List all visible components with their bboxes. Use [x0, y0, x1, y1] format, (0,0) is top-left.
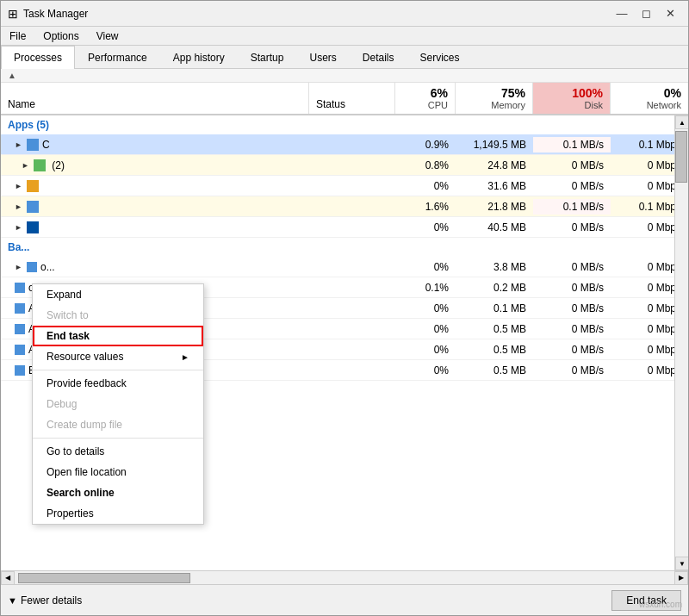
ctx-open-file-location-label: Open file location — [47, 466, 127, 478]
row-mem: 40.5 MB — [456, 220, 533, 235]
row-name: ► o... — [1, 259, 309, 275]
ctx-end-task[interactable]: End task — [33, 326, 203, 346]
row-status — [309, 327, 395, 331]
vertical-scrollbar[interactable]: ▲ ▼ — [674, 115, 688, 570]
title-bar-left: ⊞ Task Manager — [8, 7, 88, 21]
submenu-arrow-icon: ► — [181, 352, 189, 362]
table-row[interactable]: ► o... 0% 3.8 MB 0 MB/s 0 Mbps — [1, 257, 688, 277]
context-menu: Expand Switch to End task Resource value… — [32, 283, 204, 525]
tab-services[interactable]: Services — [407, 46, 473, 69]
tab-startup[interactable]: Startup — [238, 46, 297, 69]
menu-options[interactable]: Options — [38, 28, 84, 44]
row-cpu: 0% — [395, 259, 456, 275]
expand-icon[interactable]: ► — [15, 182, 23, 190]
ctx-create-dump[interactable]: Create dump file — [33, 414, 203, 435]
row-mem: 0.1 MB — [456, 301, 533, 316]
ctx-open-file-location[interactable]: Open file location — [33, 462, 203, 482]
app-icon — [27, 221, 39, 233]
ctx-switch-to-label: Switch to — [47, 309, 89, 321]
col-header-cpu[interactable]: 6% CPU — [395, 83, 456, 114]
content-area: ▲ Name Status 6% CPU 75% Memory 100% Dis… — [1, 69, 688, 584]
minimize-button[interactable]: — — [611, 5, 633, 22]
menu-view[interactable]: View — [91, 28, 124, 44]
scroll-up-button[interactable]: ▲ — [675, 115, 688, 129]
hscroll-right-button[interactable]: ▶ — [674, 571, 688, 585]
tab-bar: Processes Performance App history Startu… — [1, 46, 688, 69]
expand-icon[interactable]: ► — [15, 223, 23, 232]
app-icon — [15, 303, 25, 314]
maximize-button[interactable]: ◻ — [635, 5, 657, 22]
row-mem: 21.8 MB — [456, 199, 533, 215]
sort-arrow-up[interactable]: ▲ — [8, 71, 16, 80]
app-icon — [27, 139, 39, 151]
row-mem: 0.5 MB — [456, 363, 533, 378]
column-headers: Name Status 6% CPU 75% Memory 100% Disk … — [1, 83, 688, 115]
table-row[interactable]: ► 0% 31.6 MB 0 MB/s 0 Mbps — [1, 176, 688, 196]
row-cpu: 0.1% — [395, 280, 456, 296]
fewer-details-arrow-icon: ▼ — [8, 595, 17, 606]
row-status — [309, 205, 395, 208]
table-row[interactable]: ► 1.6% 21.8 MB 0.1 MB/s 0.1 Mbps — [1, 196, 688, 217]
app-icon — [15, 283, 25, 293]
tab-details[interactable]: Details — [350, 46, 407, 69]
row-status — [309, 143, 395, 146]
menu-file[interactable]: File — [4, 28, 31, 44]
table-body: Apps (5) ► C 0.9% 1,149.5 MB 0.1 MB/s 0.… — [1, 115, 688, 570]
expand-icon[interactable]: ► — [22, 161, 30, 170]
window-title: Task Manager — [23, 8, 88, 20]
row-disk: 0 MB/s — [533, 259, 611, 275]
row-disk: 0.1 MB/s — [533, 199, 611, 215]
tab-app-history[interactable]: App history — [160, 46, 238, 69]
row-mem: 24.8 MB — [456, 158, 533, 173]
expand-icon[interactable]: ► — [15, 202, 23, 211]
ctx-debug[interactable]: Debug — [33, 394, 203, 414]
col-header-memory[interactable]: 75% Memory — [456, 83, 533, 114]
row-process-name: o... — [40, 261, 55, 273]
ctx-search-online[interactable]: Search online — [33, 482, 203, 503]
table-row[interactable]: ► C 0.9% 1,149.5 MB 0.1 MB/s 0.1 Mbps — [1, 134, 688, 155]
ctx-go-to-details[interactable]: Go to details — [33, 441, 203, 462]
col-header-name[interactable]: Name — [1, 83, 309, 114]
expand-icon[interactable]: ► — [15, 140, 23, 149]
row-mem: 31.6 MB — [456, 178, 533, 194]
ctx-create-dump-label: Create dump file — [47, 419, 122, 431]
table-row[interactable]: ► (2) 0.8% 24.8 MB 0 MB/s 0 Mbps — [1, 155, 688, 176]
tab-processes[interactable]: Processes — [1, 46, 75, 69]
row-name: ► — [1, 178, 309, 194]
fewer-details-button[interactable]: ▼ Fewer details — [8, 594, 82, 607]
ctx-properties-label: Properties — [47, 507, 94, 520]
bottom-bar: ▼ Fewer details End task — [1, 584, 688, 615]
hscroll-thumb[interactable] — [18, 573, 190, 583]
expand-icon[interactable]: ► — [15, 263, 23, 271]
ctx-expand[interactable]: Expand — [33, 284, 203, 305]
col-header-network[interactable]: 0% Network — [611, 83, 688, 114]
hscroll-left-button[interactable]: ◀ — [1, 571, 15, 585]
col-header-disk[interactable]: 100% Disk — [533, 83, 611, 114]
tab-performance[interactable]: Performance — [75, 46, 160, 69]
ctx-properties[interactable]: Properties — [33, 503, 203, 524]
app-icon — [15, 324, 25, 334]
scrollbar-thumb[interactable] — [675, 131, 687, 183]
row-disk: 0.1 MB/s — [533, 137, 611, 152]
tab-users[interactable]: Users — [296, 46, 349, 69]
close-button[interactable]: ✕ — [659, 5, 681, 22]
table-row[interactable]: ► 0% 40.5 MB 0 MB/s 0 Mbps — [1, 217, 688, 238]
app-icon — [15, 365, 25, 376]
ctx-provide-feedback[interactable]: Provide feedback — [33, 373, 203, 394]
row-status — [309, 369, 395, 372]
row-name: ► — [1, 220, 309, 235]
scroll-down-button[interactable]: ▼ — [675, 557, 688, 570]
row-process-name: (2) — [49, 159, 65, 171]
row-status — [309, 348, 395, 352]
ctx-resource-values-label: Resource values — [47, 351, 123, 363]
watermark: wsxdn.com — [639, 600, 682, 609]
col-header-status[interactable]: Status — [309, 83, 395, 114]
row-disk: 0 MB/s — [533, 363, 611, 378]
app-icon: ⊞ — [8, 7, 18, 21]
ctx-resource-values[interactable]: Resource values ► — [33, 346, 203, 367]
ctx-go-to-details-label: Go to details — [47, 445, 104, 457]
row-status — [309, 164, 395, 167]
ctx-switch-to[interactable]: Switch to — [33, 305, 203, 326]
row-mem: 0.2 MB — [456, 280, 533, 296]
app-icon — [27, 262, 37, 272]
